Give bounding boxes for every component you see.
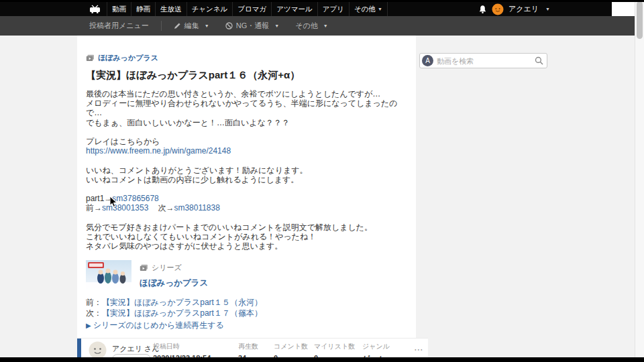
pencil-icon (174, 22, 181, 29)
nav-item-channel[interactable]: チャンネル (186, 2, 233, 16)
nav-corner-gap (612, 2, 635, 16)
nav-item-atsumaru[interactable]: アツマール (271, 2, 317, 16)
description-line: 最後のは本当にただの思い付きというか、余裕でボツにしようとしたんですが… (86, 89, 405, 99)
series-prev-next: 前：【実況】ほぼみっかプラスpart１５（永河） 次：【実況】ほぼみっかプラスp… (86, 297, 405, 318)
chevron-down-icon: ▼ (378, 7, 382, 11)
meta-label: 再生数 (238, 342, 258, 351)
page: 動画 静画 生放送 チャンネル ブロマガ アツマール アプリ その他 ▼ (0, 0, 644, 362)
global-nav-left: 動画 静画 生放送 チャンネル ブロマガ アツマール アプリ その他 ▼ (89, 2, 388, 16)
edit-menu-label: 編集 (184, 21, 199, 31)
letterbox-top (0, 0, 644, 2)
block-icon (225, 22, 233, 29)
prev-prefix: 前→ (86, 203, 102, 213)
chevron-down-icon: ▼ (545, 7, 550, 11)
series-label-row: シリーズ (140, 263, 208, 273)
chevron-down-icon: ▼ (205, 23, 209, 28)
meta-label: ジャンル (362, 342, 390, 351)
niconico-logo[interactable] (89, 5, 101, 13)
more-options-button[interactable]: ⋯ (414, 344, 425, 355)
global-nav: 動画 静画 生放送 チャンネル ブロマガ アツマール アプリ その他 ▼ (0, 2, 612, 16)
video-description: 最後のは本当にただの思い付きというか、余裕でボツにしようとしたんですが… メロデ… (86, 89, 405, 251)
description-blank-line (86, 156, 405, 165)
part1-prefix: part1→ (86, 194, 112, 203)
search-input[interactable] (437, 57, 531, 65)
video-description-panel: ほぼみっかプラス 【実況】ほぼみっかプラスpart１６（永河+α） 最後のは本当… (77, 36, 416, 338)
meta-label: マイリスト数 (314, 342, 355, 351)
series-play-all-row: ▶シリーズのはじめから連続再生する (86, 320, 405, 331)
series-label: シリーズ (152, 263, 182, 273)
description-line: https://www.freem.ne.jp/win/game/24148 (86, 146, 405, 156)
description-line: いいね、コメントありがとうございます！励みになります。 (86, 166, 405, 175)
series-play-all-link[interactable]: シリーズのはじめから連続再生する (93, 320, 224, 330)
next-label: 次： (86, 308, 102, 318)
chevron-down-icon: ▼ (323, 23, 328, 28)
prev-video-link[interactable]: 【実況】ほぼみっかプラスpart１５（永河） (102, 298, 262, 307)
meta-label: コメント数 (274, 342, 308, 351)
freem-game-link[interactable]: https://www.freem.ne.jp/win/game/24148 (86, 146, 231, 156)
chevron-down-icon: ▼ (274, 23, 279, 28)
nav-item-live[interactable]: 生放送 (155, 2, 186, 16)
user-name[interactable]: アクエリ (508, 4, 539, 14)
ng-report-menu-button[interactable]: NG・通報 ▼ (225, 21, 279, 31)
description-line: これでいいねしなくてもいいねコメントがみれる！やったね！ (86, 232, 405, 241)
next-video-link[interactable]: 【実況】ほぼみっかプラスpart１７（篠本） (102, 308, 262, 318)
description-line: いいねコメントは動画の内容に少し触れるようにします。 (86, 175, 405, 184)
description-line: でもまぁ、面白いしいいかなーと！…面白いよな？？？ (86, 118, 405, 127)
description-line: ネタバレ気味のやつはさすがに伏せようと思います。 (86, 241, 405, 251)
description-line: 気分でモブ好きおまけパートまでのいいねコメントを説明文で解放しました。 (86, 223, 405, 232)
scrollbar-thumb[interactable] (637, 1, 643, 39)
owner-menu-bar: 投稿者用メニュー 編集 ▼ NG・通報 ▼ その他 ▼ (0, 16, 635, 36)
owner-avatar[interactable] (89, 341, 107, 359)
next-prefix: 次→ (158, 203, 174, 213)
owner-menu-title: 投稿者用メニュー (89, 21, 162, 31)
search-avatar-icon[interactable]: A (422, 55, 433, 66)
user-avatar[interactable] (492, 3, 504, 15)
ng-report-menu-label: NG・通報 (236, 21, 270, 31)
nav-item-video[interactable]: 動画 (107, 2, 131, 16)
series-breadcrumb-link[interactable]: ほぼみっかプラス (98, 53, 158, 63)
series-card: シリーズ ほぼみっかプラス (86, 260, 405, 290)
search-box: A (419, 53, 547, 68)
letterbox-bottom (0, 357, 644, 362)
global-nav-right: アクエリ ▼ (478, 3, 550, 15)
nav-item-more[interactable]: その他 ▼ (349, 2, 388, 16)
description-line: プレイはこちらから (86, 137, 405, 146)
nav-more-label: その他 (354, 5, 376, 14)
bell-icon[interactable] (478, 5, 487, 14)
description-line: メロディーに無理やり合わせられないかやってるうち、半端に形になってしまったので… (86, 99, 405, 117)
other-menu-label: その他 (295, 21, 318, 31)
next-video-id-link[interactable]: sm38011838 (174, 203, 220, 213)
description-blank-line (86, 127, 405, 137)
nav-item-seiga[interactable]: 静画 (131, 2, 155, 16)
edit-menu-button[interactable]: 編集 ▼ (174, 21, 209, 31)
search-icon[interactable] (535, 56, 543, 65)
prev-label: 前： (86, 298, 102, 307)
prev-video-row: 前：【実況】ほぼみっかプラスpart１５（永河） (86, 297, 405, 308)
series-name-link[interactable]: ほぼみっかプラス (140, 278, 208, 289)
other-menu-button[interactable]: その他 ▼ (295, 21, 327, 31)
next-video-row: 次：【実況】ほぼみっかプラスpart１７（篠本） (86, 308, 405, 318)
nav-item-app[interactable]: アプリ (317, 2, 349, 16)
series-thumbnail[interactable] (86, 260, 131, 290)
description-line: part1→sm37865678 (86, 194, 405, 203)
description-line: 前→sm38001353次→sm38011838 (86, 203, 405, 213)
part1-video-link[interactable]: sm37865678 (112, 194, 158, 203)
breadcrumb: ほぼみっかプラス (86, 53, 405, 63)
series-info: シリーズ ほぼみっかプラス (140, 260, 208, 290)
description-blank-line (86, 184, 405, 194)
owner-menu-inner: 投稿者用メニュー 編集 ▼ NG・通報 ▼ その他 ▼ (89, 21, 344, 31)
niconico-tv-icon (89, 5, 101, 13)
video-title: 【実況】ほぼみっかプラスpart１６（永河+α） (86, 68, 405, 81)
series-icon (140, 264, 148, 272)
nav-item-blomaga[interactable]: ブロマガ (232, 2, 271, 16)
description-blank-line (86, 213, 405, 223)
meta-label: 投稿日時 (153, 342, 211, 351)
play-icon: ▶ (86, 322, 91, 329)
series-icon (86, 54, 95, 62)
scrollbar[interactable] (635, 0, 644, 362)
prev-video-id-link[interactable]: sm38001353 (102, 203, 148, 213)
